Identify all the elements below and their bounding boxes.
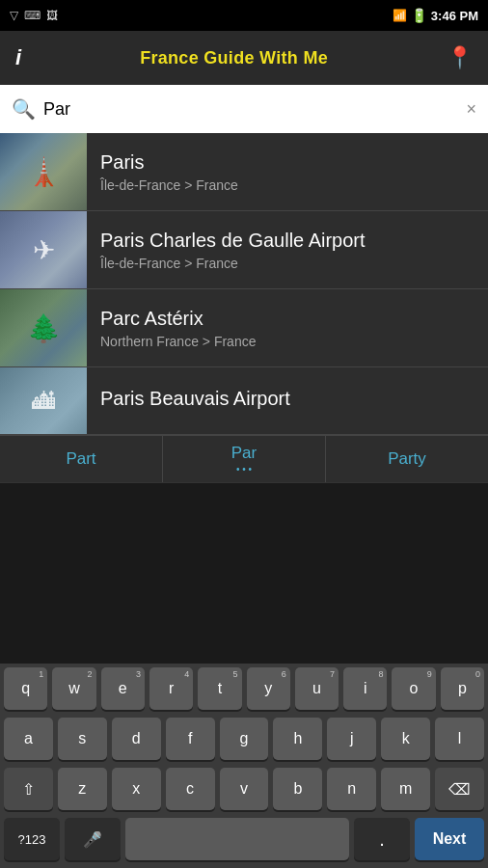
key-e[interactable]: 3e [101, 667, 145, 710]
key-c[interactable]: c [166, 768, 215, 810]
key-h[interactable]: h [273, 718, 322, 760]
key-n[interactable]: n [327, 768, 376, 810]
location-icon[interactable]: 📍 [447, 45, 473, 70]
key-w[interactable]: 2w [52, 667, 95, 710]
key-j[interactable]: j [327, 718, 376, 760]
keyboard-row-2: a s d f g h j k l [0, 714, 488, 764]
result-thumb-asterix [0, 289, 87, 366]
status-bar: ▽ ⌨ 🖼 📶 🔋 3:46 PM [0, 0, 488, 31]
key-shift[interactable]: ⇧ [4, 768, 53, 810]
search-icon: 🔍 [12, 97, 36, 121]
key-sym[interactable]: ?123 [4, 818, 60, 860]
keyboard-row-3: ⇧ z x c v b n m ⌫ [0, 764, 488, 814]
autocomplete-label-part: Part [66, 449, 95, 469]
result-name-asterix: Parc Astérix [100, 308, 474, 330]
key-next[interactable]: Next [415, 818, 484, 860]
key-period[interactable]: . [354, 818, 410, 860]
keyboard-row-4: ?123 🎤 . Next [0, 814, 488, 868]
search-bar: 🔍 × [0, 85, 488, 133]
result-name-paris: Paris [100, 151, 474, 174]
results-list: Paris Île-de-France > France Paris Charl… [0, 133, 488, 435]
key-p[interactable]: 0p [441, 667, 484, 710]
autocomplete-dots: • • • [236, 465, 252, 475]
autocomplete-label-party: Party [388, 449, 426, 469]
autocomplete-bar: Part Par • • • Party [0, 435, 488, 483]
key-s[interactable]: s [58, 718, 107, 760]
result-item-paris[interactable]: Paris Île-de-France > France [0, 133, 488, 211]
key-i[interactable]: 8i [343, 667, 387, 710]
result-text-cdg: Paris Charles de Gaulle Airport Île-de-F… [87, 220, 488, 281]
result-thumb-cdg [0, 211, 87, 288]
key-b[interactable]: b [273, 768, 322, 810]
key-q[interactable]: 1q [4, 667, 47, 710]
key-r[interactable]: 4r [149, 667, 193, 710]
info-icon[interactable]: i [15, 45, 21, 70]
result-text-asterix: Parc Astérix Northern France > France [87, 298, 488, 359]
key-y[interactable]: 6y [247, 667, 290, 710]
signal-icon: ▽ [10, 9, 18, 22]
key-u[interactable]: 7u [295, 667, 339, 710]
result-sub-cdg: Île-de-France > France [100, 256, 474, 271]
key-backspace[interactable]: ⌫ [435, 768, 484, 810]
result-item-beauvais[interactable]: Paris Beauvais Airport [0, 367, 488, 435]
key-k[interactable]: k [381, 718, 430, 760]
result-item-cdg[interactable]: Paris Charles de Gaulle Airport Île-de-F… [0, 211, 488, 289]
key-mic[interactable]: 🎤 [65, 818, 121, 860]
key-v[interactable]: v [220, 768, 269, 810]
result-name-cdg: Paris Charles de Gaulle Airport [100, 230, 474, 252]
app-title: France Guide With Me [140, 48, 328, 68]
search-input[interactable] [43, 99, 458, 120]
clear-icon[interactable]: × [466, 99, 476, 120]
result-sub-asterix: Northern France > France [100, 334, 474, 349]
result-text-paris: Paris Île-de-France > France [87, 142, 488, 203]
key-z[interactable]: z [58, 768, 107, 810]
key-d[interactable]: d [112, 718, 161, 760]
image-icon: 🖼 [46, 9, 58, 22]
autocomplete-item-part[interactable]: Part [0, 436, 163, 482]
autocomplete-item-par[interactable]: Par • • • [163, 436, 326, 482]
key-x[interactable]: x [112, 768, 161, 810]
app-header: i France Guide With Me 📍 [0, 31, 488, 85]
result-sub-paris: Île-de-France > France [100, 177, 474, 193]
keyboard-icon: ⌨ [24, 9, 41, 22]
key-l[interactable]: l [435, 718, 484, 760]
signal-x-icon: 📶 [393, 9, 407, 22]
keyboard: 1q 2w 3e 4r 5t 6y 7u 8i 9o 0p a s d f g … [0, 664, 488, 868]
key-g[interactable]: g [220, 718, 269, 760]
key-o[interactable]: 9o [392, 667, 435, 710]
key-m[interactable]: m [381, 768, 430, 810]
key-space[interactable] [125, 818, 349, 860]
result-thumb-paris [0, 133, 87, 210]
result-thumb-beauvais [0, 367, 87, 435]
keyboard-row-1: 1q 2w 3e 4r 5t 6y 7u 8i 9o 0p [0, 664, 488, 714]
key-f[interactable]: f [166, 718, 215, 760]
result-item-asterix[interactable]: Parc Astérix Northern France > France [0, 289, 488, 367]
autocomplete-item-party[interactable]: Party [326, 436, 488, 482]
key-t[interactable]: 5t [198, 667, 241, 710]
autocomplete-label-par: Par [231, 444, 257, 463]
status-time: 3:46 PM [431, 9, 478, 23]
result-name-beauvais: Paris Beauvais Airport [100, 388, 474, 410]
key-a[interactable]: a [4, 718, 53, 760]
battery-icon: 🔋 [411, 8, 427, 23]
result-text-beauvais: Paris Beauvais Airport [87, 378, 488, 423]
